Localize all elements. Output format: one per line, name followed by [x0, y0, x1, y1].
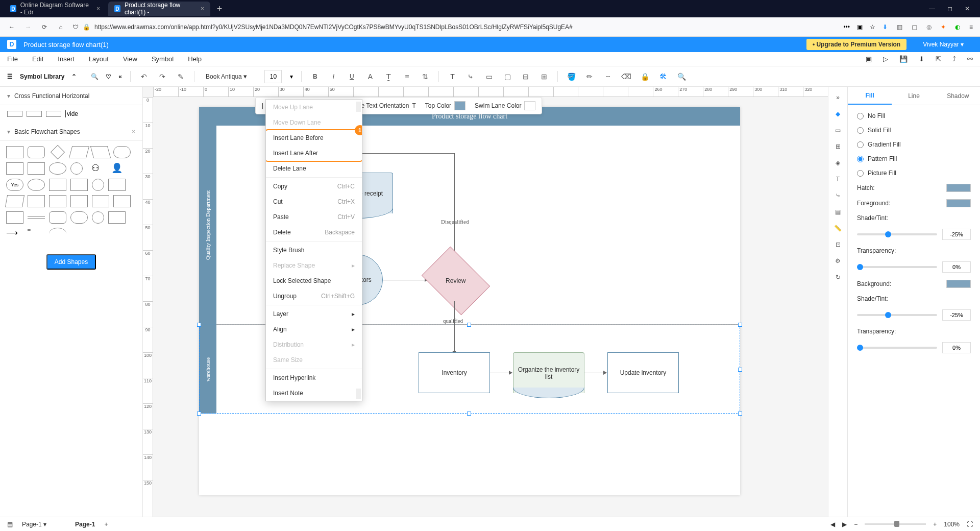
background-swatch[interactable]: [946, 280, 971, 288]
search-icon[interactable]: 🔍: [91, 73, 99, 80]
shape[interactable]: [49, 211, 66, 224]
shade-value-2[interactable]: -25%: [942, 309, 971, 321]
fill-icon[interactable]: 🪣: [566, 71, 576, 82]
forward-icon[interactable]: →: [23, 22, 33, 32]
database-shape[interactable]: [28, 179, 45, 191]
ctx-hyperlink[interactable]: Insert Hyperlink: [266, 370, 362, 385]
page-tab[interactable]: Page-1: [75, 521, 95, 528]
symbol-library-label[interactable]: Symbol Library: [20, 73, 64, 80]
format-painter-icon[interactable]: ✎: [176, 71, 186, 82]
menu-file[interactable]: File: [7, 55, 18, 63]
shade-value[interactable]: -25%: [942, 229, 971, 240]
hatch-swatch[interactable]: [946, 184, 971, 192]
predefined-shape[interactable]: [6, 162, 23, 175]
line-style-icon[interactable]: ╌: [603, 71, 613, 82]
browser-tab[interactable]: D Online Diagram Software - Edr ×: [4, 2, 106, 16]
favorite-icon[interactable]: ♡: [106, 73, 111, 80]
radio-picture-fill[interactable]: Picture Fill: [857, 170, 971, 177]
ruler-icon[interactable]: 📏: [834, 225, 842, 232]
ctx-paste[interactable]: PasteCtrl+V: [266, 209, 362, 225]
upgrade-button[interactable]: • Upgrade to Premium Version: [806, 39, 906, 50]
add-shapes-button[interactable]: Add Shapes: [46, 254, 96, 270]
transparency-slider-2[interactable]: [857, 347, 937, 349]
lock-icon[interactable]: 🔒: [640, 71, 650, 82]
selection-handle[interactable]: [197, 412, 201, 416]
bold-icon[interactable]: B: [310, 71, 320, 82]
history-icon[interactable]: ↻: [836, 274, 841, 281]
zoom-out-icon[interactable]: −: [854, 521, 857, 528]
swimlane-shape[interactable]: [46, 111, 61, 117]
radio-gradient-fill[interactable]: Gradient Fill: [857, 141, 971, 148]
layers-icon[interactable]: ◈: [836, 159, 840, 166]
undo-icon[interactable]: ↶: [139, 71, 149, 82]
export-icon[interactable]: ⇱: [936, 55, 941, 63]
menu-view[interactable]: View: [123, 55, 137, 63]
extension-icon[interactable]: ✦: [941, 23, 946, 31]
browser-tab-active[interactable]: D Product storage flow chart(1) - ×: [108, 2, 210, 16]
ctx-align[interactable]: Align▸: [266, 322, 362, 337]
shape-organize[interactable]: Organize the inventory list: [513, 352, 584, 393]
rect-shape[interactable]: [6, 146, 23, 158]
foreground-swatch[interactable]: [946, 199, 971, 207]
section-cross-functional[interactable]: ▾ Cross Functional Horizontal: [0, 87, 142, 105]
reader-icon[interactable]: ▣: [857, 23, 863, 31]
trapezoid-shape[interactable]: [113, 195, 131, 207]
bookmark-icon[interactable]: ☆: [870, 23, 875, 31]
circle-shape[interactable]: [70, 162, 83, 175]
library-icon[interactable]: ☰: [7, 73, 13, 80]
radio-solid-fill[interactable]: Solid Fill: [857, 127, 971, 134]
underline-icon[interactable]: U: [347, 71, 357, 82]
shade-slider-2[interactable]: [857, 314, 937, 316]
menu-symbol[interactable]: Symbol: [152, 55, 174, 63]
extension-icon[interactable]: ◐: [955, 23, 960, 31]
stepper[interactable]: |: [262, 102, 263, 109]
selection-handle[interactable]: [467, 323, 471, 327]
focus-icon[interactable]: ▣: [866, 55, 872, 63]
shape[interactable]: [28, 216, 45, 219]
menu-icon[interactable]: ≡: [969, 23, 973, 31]
zoom-in-icon[interactable]: +: [933, 521, 937, 528]
text-tool-icon[interactable]: T: [447, 71, 457, 82]
parallelogram-shape[interactable]: [69, 146, 89, 158]
collab-icon[interactable]: ⚯: [967, 55, 973, 63]
shape[interactable]: [5, 195, 24, 207]
italic-icon[interactable]: I: [328, 71, 338, 82]
ellipse-shape[interactable]: [49, 162, 66, 175]
download-icon[interactable]: ⬇: [883, 23, 888, 31]
line-color-icon[interactable]: ✏: [584, 71, 595, 82]
extension-icon[interactable]: ▢: [912, 23, 917, 31]
ctx-layer[interactable]: Layer▸: [266, 306, 362, 322]
container-icon[interactable]: ▭: [484, 71, 494, 82]
transparency-slider[interactable]: [857, 266, 937, 268]
scrollbar[interactable]: [356, 102, 361, 112]
align-left-icon[interactable]: ≡: [402, 71, 412, 82]
ctx-copy[interactable]: CopyCtrl+C: [266, 179, 362, 194]
selection-handle[interactable]: [738, 323, 742, 327]
grid-icon[interactable]: ⊞: [836, 143, 841, 150]
swimlane-color-picker[interactable]: Swim Lane Color: [475, 101, 535, 110]
terminator-shape[interactable]: [113, 146, 131, 158]
download-icon[interactable]: ⬇: [919, 55, 924, 63]
swimlane-shape[interactable]: [7, 111, 22, 117]
back-icon[interactable]: ←: [7, 22, 16, 32]
account-icon[interactable]: ◎: [926, 23, 932, 31]
hex-shape[interactable]: [70, 195, 88, 207]
font-select[interactable]: Book Antiqua ▾: [203, 70, 256, 82]
ctx-cut[interactable]: CutCtrl+X: [266, 194, 362, 209]
nav-next-icon[interactable]: ▶: [842, 521, 847, 528]
expand-icon[interactable]: »: [836, 94, 840, 101]
search-icon[interactable]: 🔍: [676, 71, 687, 82]
distribute-icon[interactable]: ⊞: [539, 71, 549, 82]
shape-inventory[interactable]: Inventory: [419, 352, 490, 393]
close-icon[interactable]: ×: [132, 128, 135, 135]
shape-icon[interactable]: ▢: [502, 71, 512, 82]
selection-handle[interactable]: [738, 368, 742, 372]
fill-tab-icon[interactable]: ◆: [836, 110, 840, 117]
radio-no-fill[interactable]: No Fill: [857, 112, 971, 119]
shape[interactable]: [6, 211, 23, 224]
menu-layout[interactable]: Layout: [89, 55, 109, 63]
top-color-picker[interactable]: Top Color: [425, 101, 465, 110]
zoom-slider[interactable]: [865, 523, 926, 525]
shape-update[interactable]: Update inventory: [607, 352, 679, 393]
canvas[interactable]: -20-1001020304050260270280290300310320 0…: [143, 87, 828, 517]
